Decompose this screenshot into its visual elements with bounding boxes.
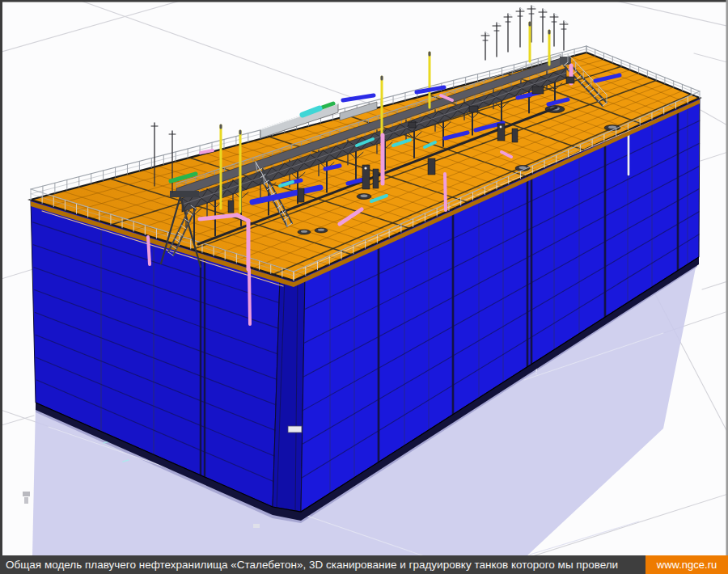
cad-3d-viewport <box>0 0 728 555</box>
caption-bar: Общая модель плавучего нефтехранилища «С… <box>0 555 728 574</box>
watermark-link[interactable]: www.ngce.ru <box>645 555 728 574</box>
screenshot-frame: Общая модель плавучего нефтехранилища «С… <box>0 0 728 574</box>
caption-text: Общая модель плавучего нефтехранилища «С… <box>0 555 645 574</box>
